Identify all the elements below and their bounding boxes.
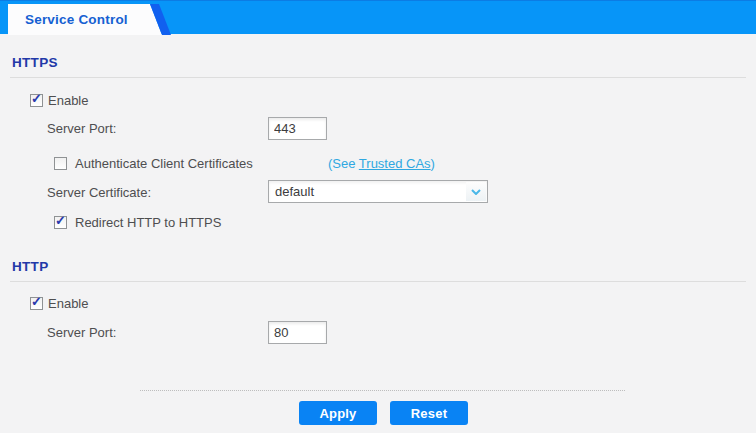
trusted-cas-link[interactable]: Trusted CAs [359,156,431,171]
http-server-port-input[interactable] [268,321,327,344]
checkmark-icon: ✓ [55,213,66,228]
authenticate-client-certificates-checkbox[interactable]: ✓ [54,157,67,170]
see-note-close: ) [431,156,435,171]
service-control-page: Service Control HTTPS ✓ Enable Server Po… [0,0,756,433]
footer-divider [140,390,625,391]
https-section-title: HTTPS [12,55,58,70]
http-enable-checkbox[interactable]: ✓ [30,297,43,310]
https-enable-checkbox[interactable]: ✓ [30,94,43,107]
server-certificate-label: Server Certificate: [47,185,151,200]
https-enable-label: Enable [48,93,88,108]
tab-label: Service Control [25,12,128,27]
https-server-port-input[interactable] [268,117,327,140]
http-divider [10,281,746,282]
http-server-port-label: Server Port: [47,325,116,340]
http-enable-label: Enable [48,296,88,311]
server-certificate-value: default [275,184,314,199]
redirect-http-to-https-checkbox[interactable]: ✓ [54,216,67,229]
server-certificate-select[interactable]: default [268,180,488,203]
reset-button[interactable]: Reset [390,401,468,425]
apply-button[interactable]: Apply [299,401,377,425]
https-server-port-label: Server Port: [47,121,116,136]
see-note-open: (See [328,156,359,171]
https-divider [10,77,746,78]
tab-service-control[interactable]: Service Control [8,4,174,35]
tab-bar: Service Control [0,0,756,34]
chevron-down-icon [466,182,486,201]
http-section-title: HTTP [12,259,48,274]
redirect-http-to-https-label: Redirect HTTP to HTTPS [75,215,221,230]
checkmark-icon: ✓ [31,91,42,106]
checkmark-icon: ✓ [31,294,42,309]
authenticate-client-certificates-label: Authenticate Client Certificates [75,156,253,171]
see-trusted-cas-note: (See Trusted CAs) [328,156,435,171]
